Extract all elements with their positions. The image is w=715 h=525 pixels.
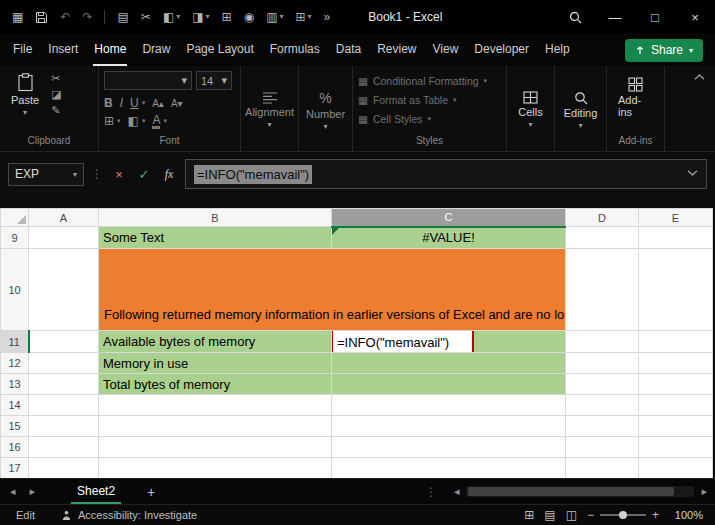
cell-A12[interactable] [29, 353, 99, 374]
cut-icon[interactable]: ✂ [51, 73, 61, 84]
tab-formulas[interactable]: Formulas [269, 34, 321, 66]
formula-input[interactable]: =INFO("memavail") [185, 159, 707, 189]
name-box[interactable]: EXP ▾ [8, 163, 84, 186]
cell-E9[interactable] [639, 227, 713, 249]
bold-button[interactable]: B [104, 96, 113, 110]
col-header-B[interactable]: B [99, 209, 332, 227]
copy-icon[interactable]: ◪ [51, 89, 61, 100]
cell-D10[interactable] [566, 249, 639, 331]
cell-E10[interactable] [639, 249, 713, 331]
number-button[interactable]: % Number ▾ [304, 88, 347, 133]
accessibility-checker[interactable]: Accessibility: Investigate [61, 509, 197, 521]
cell-C15[interactable] [332, 416, 566, 437]
underline-button[interactable]: U [130, 96, 139, 110]
borders-icon[interactable]: ⊞ [222, 11, 232, 23]
conditional-formatting-button[interactable]: ▦ Conditional Formatting ▾ [358, 71, 501, 90]
row-header-12[interactable]: 12 [1, 353, 29, 374]
font-size-combobox[interactable]: 14▾ [196, 71, 232, 90]
format-as-table-button[interactable]: ▦ Format as Table ▾ [358, 90, 501, 109]
page-layout-view-button[interactable]: ▤ [544, 508, 555, 522]
cell-A14[interactable] [29, 395, 99, 416]
zoom-out-button[interactable]: − [587, 508, 594, 522]
col-header-D[interactable]: D [566, 209, 639, 227]
close-button[interactable]: × [675, 0, 715, 34]
format-painter-icon[interactable]: ✎ [51, 105, 61, 116]
tab-help[interactable]: Help [544, 34, 571, 66]
insert-function-button[interactable]: fx [160, 168, 178, 180]
redo-icon[interactable]: ↷ [82, 11, 92, 23]
cell-C13[interactable] [332, 374, 566, 395]
tab-developer[interactable]: Developer [473, 34, 530, 66]
row-header-13[interactable]: 13 [1, 374, 29, 395]
cell-E13[interactable] [639, 374, 713, 395]
tab-home[interactable]: Home [93, 34, 127, 66]
scrollbar-track[interactable] [466, 486, 694, 497]
zoom-level[interactable]: 100% [669, 509, 703, 521]
addins-button[interactable]: Add-ins [612, 71, 659, 120]
share-button[interactable]: Share ▾ [625, 39, 703, 62]
tab-insert[interactable]: Insert [47, 34, 79, 66]
cell-C14[interactable] [332, 395, 566, 416]
cell-C17[interactable] [332, 458, 566, 479]
app-menu-icon[interactable]: ▦ [12, 11, 23, 23]
borders-button[interactable]: ⊞ [104, 114, 114, 128]
decrease-font-button[interactable]: A▾ [171, 98, 183, 109]
paste-special-icon[interactable]: ◧▾ [163, 11, 180, 23]
alignment-button[interactable]: Alignment ▾ [246, 90, 293, 131]
cell-A16[interactable] [29, 437, 99, 458]
cell-B11[interactable]: Available bytes of memory [99, 331, 332, 353]
row-header-17[interactable]: 17 [1, 458, 29, 479]
scroll-left-icon[interactable]: ◂ [454, 485, 460, 498]
cell-B12[interactable]: Memory in use [99, 353, 332, 374]
cell-B13[interactable]: Total bytes of memory [99, 374, 332, 395]
cell-C16[interactable] [332, 437, 566, 458]
cell-B10-merged[interactable]: Following returned memory information in… [99, 249, 566, 331]
row-header-11[interactable]: 11 [1, 331, 29, 353]
editing-button[interactable]: Editing ▾ [560, 89, 601, 132]
cell-B16[interactable] [99, 437, 332, 458]
cell-E14[interactable] [639, 395, 713, 416]
undo-icon[interactable]: ↶ [60, 11, 70, 23]
formula-bar-handle[interactable]: ⋮ [91, 167, 103, 181]
normal-view-button[interactable]: ⊞ [524, 508, 534, 522]
row-header-10[interactable]: 10 [1, 249, 29, 331]
cell-E15[interactable] [639, 416, 713, 437]
select-all-corner[interactable] [1, 209, 29, 227]
cell-A15[interactable] [29, 416, 99, 437]
minimize-button[interactable]: — [595, 0, 635, 34]
cell-D13[interactable] [566, 374, 639, 395]
tab-draw[interactable]: Draw [141, 34, 171, 66]
increase-font-button[interactable]: A▴ [152, 98, 164, 109]
search-icon[interactable] [555, 0, 595, 34]
font-name-combobox[interactable]: ▾ [104, 71, 192, 90]
cell-edit-box[interactable]: =INFO("memavail") [332, 331, 475, 353]
tab-data[interactable]: Data [335, 34, 362, 66]
cell-B15[interactable] [99, 416, 332, 437]
col-header-A[interactable]: A [29, 209, 99, 227]
row-header-15[interactable]: 15 [1, 416, 29, 437]
cell-C11-active[interactable]: =INFO("memavail") [332, 331, 566, 353]
sheet-tab-sheet2[interactable]: Sheet2 [71, 479, 121, 504]
fill-color-button[interactable]: ◧ [128, 114, 139, 128]
cell-A11[interactable] [29, 331, 99, 353]
tab-view[interactable]: View [432, 34, 460, 66]
fill-shade-icon[interactable]: ◨▾ [192, 11, 209, 23]
cell-B9[interactable]: Some Text [99, 227, 332, 249]
cell-D9[interactable] [566, 227, 639, 249]
cell-B17[interactable] [99, 458, 332, 479]
cell-D15[interactable] [566, 416, 639, 437]
cell-E11[interactable] [639, 331, 713, 353]
grid-icon[interactable]: ⊞▾ [296, 11, 312, 23]
cut-icon[interactable]: ✂ [141, 11, 151, 23]
cell-styles-button[interactable]: ▦ Cell Styles ▾ [358, 109, 501, 128]
save-icon[interactable] [35, 11, 48, 24]
qat-overflow-icon[interactable]: » [324, 11, 331, 23]
cell-D12[interactable] [566, 353, 639, 374]
maximize-button[interactable]: □ [635, 0, 675, 34]
scroll-right-icon[interactable]: ▸ [701, 485, 707, 498]
cell-E17[interactable] [639, 458, 713, 479]
cell-D14[interactable] [566, 395, 639, 416]
cell-A17[interactable] [29, 458, 99, 479]
cell-B14[interactable] [99, 395, 332, 416]
table-style-icon[interactable]: ▥▾ [266, 11, 283, 23]
